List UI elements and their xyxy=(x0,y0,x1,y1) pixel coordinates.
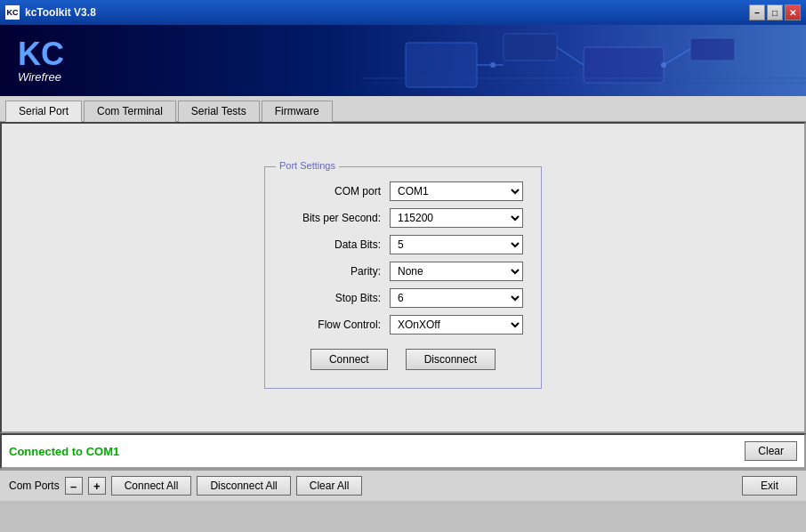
svg-rect-2 xyxy=(584,47,664,83)
app-title: kcToolkit V3.8 xyxy=(25,6,96,19)
logo-wirefree: Wirefree xyxy=(18,70,64,84)
parity-row: Parity: NoneEvenOddMarkSpace xyxy=(283,262,523,281)
exit-button[interactable]: Exit xyxy=(742,476,797,496)
svg-rect-0 xyxy=(406,43,477,87)
title-bar: KC kcToolkit V3.8 – □ ✕ xyxy=(0,0,806,25)
logo-kc: KC xyxy=(18,38,64,70)
com-port-row: COM port COM1COM2COM3COM4 xyxy=(283,181,523,201)
parity-label: Parity: xyxy=(283,265,390,278)
minimize-button[interactable]: – xyxy=(749,4,765,20)
disconnect-all-button[interactable]: Disconnect All xyxy=(197,476,290,496)
stop-bits-row: Stop Bits: 11.526 xyxy=(283,288,523,308)
action-buttons: Connect Disconnect xyxy=(283,349,523,370)
flow-control-select[interactable]: NoneXOnXOffHardware xyxy=(390,315,523,335)
tabs-bar: Serial Port Com Terminal Serial Tests Fi… xyxy=(0,96,806,122)
svg-line-5 xyxy=(557,47,584,65)
connect-button[interactable]: Connect xyxy=(310,349,388,370)
data-bits-row: Data Bits: 5678 xyxy=(283,235,523,254)
com-port-label: COM port xyxy=(283,185,390,197)
tab-serial-port[interactable]: Serial Port xyxy=(5,101,82,122)
clear-all-button[interactable]: Clear All xyxy=(296,476,363,496)
bits-per-second-label: Bits per Second: xyxy=(283,212,390,224)
app-header: KC Wirefree xyxy=(0,25,806,96)
plus-button[interactable]: + xyxy=(88,477,106,495)
data-bits-select[interactable]: 5678 xyxy=(390,235,523,254)
svg-point-7 xyxy=(490,62,496,68)
connect-all-button[interactable]: Connect All xyxy=(111,476,192,496)
flow-control-label: Flow Control: xyxy=(283,318,390,331)
bottom-left: Com Ports – + Connect All Disconnect All… xyxy=(9,476,362,496)
parity-select[interactable]: NoneEvenOddMarkSpace xyxy=(390,262,523,281)
tab-firmware[interactable]: Firmware xyxy=(262,101,333,122)
svg-rect-1 xyxy=(504,34,557,60)
data-bits-label: Data Bits: xyxy=(283,238,390,251)
port-settings-panel: Port Settings COM port COM1COM2COM3COM4 … xyxy=(264,166,542,389)
clear-button[interactable]: Clear xyxy=(745,441,797,461)
bits-per-second-select[interactable]: 9600192003840057600115200 xyxy=(390,208,523,228)
stop-bits-select[interactable]: 11.526 xyxy=(390,288,523,308)
tab-com-terminal[interactable]: Com Terminal xyxy=(84,101,176,122)
svg-point-8 xyxy=(661,62,666,68)
header-decoration xyxy=(361,25,806,96)
bits-per-second-row: Bits per Second: 96001920038400576001152… xyxy=(283,208,523,228)
main-content: Port Settings COM port COM1COM2COM3COM4 … xyxy=(0,122,806,433)
status-area: Connected to COM1 Clear xyxy=(0,433,806,469)
maximize-button[interactable]: □ xyxy=(767,4,783,20)
status-text: Connected to COM1 xyxy=(9,445,119,458)
close-button[interactable]: ✕ xyxy=(785,4,801,20)
com-port-select[interactable]: COM1COM2COM3COM4 xyxy=(390,181,523,201)
bottom-bar: Com Ports – + Connect All Disconnect All… xyxy=(0,469,806,501)
tab-serial-tests[interactable]: Serial Tests xyxy=(178,101,260,122)
svg-rect-3 xyxy=(690,38,735,60)
app-icon: KC xyxy=(5,5,20,20)
disconnect-button[interactable]: Disconnect xyxy=(406,349,496,370)
panel-legend: Port Settings xyxy=(276,160,339,171)
window-controls: – □ ✕ xyxy=(749,4,801,20)
minus-button[interactable]: – xyxy=(65,477,83,495)
flow-control-row: Flow Control: NoneXOnXOffHardware xyxy=(283,315,523,335)
stop-bits-label: Stop Bits: xyxy=(283,292,390,304)
svg-line-6 xyxy=(664,49,690,65)
com-ports-label: Com Ports xyxy=(9,480,60,492)
